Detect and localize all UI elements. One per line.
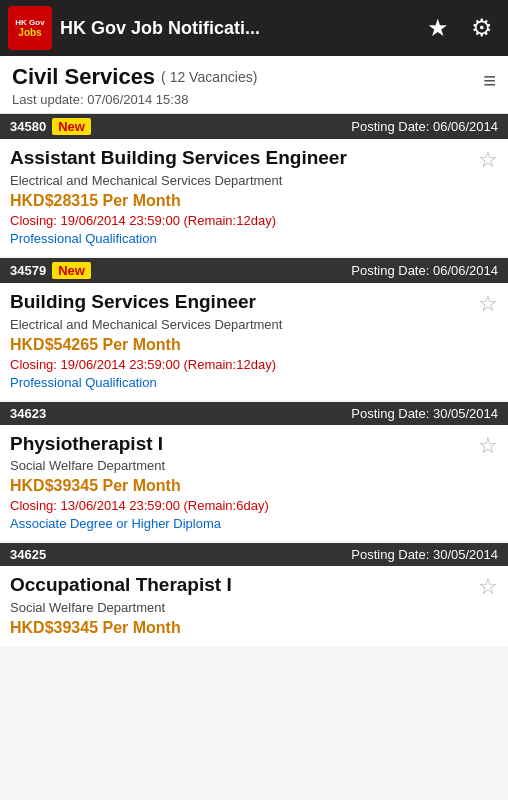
new-badge: New [52, 262, 91, 279]
job-body: Physiotherapist I Social Welfare Departm… [0, 425, 508, 542]
last-update-value: 07/06/2014 15:38 [87, 92, 188, 107]
job-closing: Closing: 13/06/2014 23:59:00 (Remain:6da… [10, 498, 498, 513]
job-closing: Closing: 19/06/2014 23:59:00 (Remain:12d… [10, 213, 498, 228]
job-qualification: Professional Qualification [10, 231, 498, 246]
job-closing: Closing: 19/06/2014 23:59:00 (Remain:12d… [10, 357, 498, 372]
job-header: 34580 New Posting Date: 06/06/2014 [0, 114, 508, 139]
job-salary: HKD$28315 Per Month [10, 192, 498, 210]
job-header-left: 34625 [10, 547, 46, 562]
job-list: 34580 New Posting Date: 06/06/2014 Assis… [0, 114, 508, 647]
job-id: 34625 [10, 547, 46, 562]
job-header-left: 34579 New [10, 262, 91, 279]
job-title: Occupational Therapist I [10, 574, 498, 597]
job-listing[interactable]: 34623 Posting Date: 30/05/2014 Physiothe… [0, 402, 508, 542]
job-listing[interactable]: 34579 New Posting Date: 06/06/2014 Build… [0, 258, 508, 400]
job-id: 34580 [10, 119, 46, 134]
job-header-left: 34623 [10, 406, 46, 421]
page-header: Civil Services ( 12 Vacancies) Last upda… [0, 56, 508, 114]
posting-date: Posting Date: 06/06/2014 [351, 119, 498, 134]
page-header-content: Civil Services ( 12 Vacancies) Last upda… [12, 64, 257, 107]
page-title-row: Civil Services ( 12 Vacancies) [12, 64, 257, 90]
job-listing[interactable]: 34625 Posting Date: 30/05/2014 Occupatio… [0, 543, 508, 647]
vacancy-count: ( 12 Vacancies) [161, 69, 257, 85]
navbar: HK Gov Jobs HK Gov Job Notificati... ★ ⚙ [0, 0, 508, 56]
job-listing[interactable]: 34580 New Posting Date: 06/06/2014 Assis… [0, 114, 508, 256]
favorite-icon[interactable]: ☆ [478, 433, 498, 459]
job-department: Electrical and Mechanical Services Depar… [10, 317, 498, 332]
job-title: Physiotherapist I [10, 433, 498, 456]
job-salary: HKD$39345 Per Month [10, 619, 498, 637]
job-qualification: Professional Qualification [10, 375, 498, 390]
job-header-left: 34580 New [10, 118, 91, 135]
job-salary: HKD$39345 Per Month [10, 477, 498, 495]
logo-top-text: HK Gov [15, 18, 44, 28]
job-header: 34623 Posting Date: 30/05/2014 [0, 402, 508, 425]
job-body: Occupational Therapist I Social Welfare … [0, 566, 508, 647]
job-id: 34579 [10, 263, 46, 278]
job-department: Electrical and Mechanical Services Depar… [10, 173, 498, 188]
app-logo: HK Gov Jobs [8, 6, 52, 50]
job-department: Social Welfare Department [10, 600, 498, 615]
app-title: HK Gov Job Notificati... [60, 18, 412, 39]
job-department: Social Welfare Department [10, 458, 498, 473]
job-header: 34579 New Posting Date: 06/06/2014 [0, 258, 508, 283]
settings-icon[interactable]: ⚙ [464, 14, 500, 42]
job-title: Assistant Building Services Engineer [10, 147, 498, 170]
job-qualification: Associate Degree or Higher Diploma [10, 516, 498, 531]
favorite-icon[interactable]: ☆ [478, 291, 498, 317]
sort-icon[interactable]: ≡ [483, 68, 496, 94]
posting-date: Posting Date: 30/05/2014 [351, 406, 498, 421]
posting-date: Posting Date: 30/05/2014 [351, 547, 498, 562]
last-update: Last update: 07/06/2014 15:38 [12, 92, 257, 107]
bookmark-icon[interactable]: ★ [420, 14, 456, 42]
favorite-icon[interactable]: ☆ [478, 574, 498, 600]
job-salary: HKD$54265 Per Month [10, 336, 498, 354]
posting-date: Posting Date: 06/06/2014 [351, 263, 498, 278]
new-badge: New [52, 118, 91, 135]
job-header: 34625 Posting Date: 30/05/2014 [0, 543, 508, 566]
job-body: Assistant Building Services Engineer Ele… [0, 139, 508, 256]
job-body: Building Services Engineer Electrical an… [0, 283, 508, 400]
job-id: 34623 [10, 406, 46, 421]
page-title: Civil Services [12, 64, 155, 90]
last-update-label: Last update: [12, 92, 84, 107]
job-title: Building Services Engineer [10, 291, 498, 314]
logo-bottom-text: Jobs [18, 27, 41, 38]
favorite-icon[interactable]: ☆ [478, 147, 498, 173]
